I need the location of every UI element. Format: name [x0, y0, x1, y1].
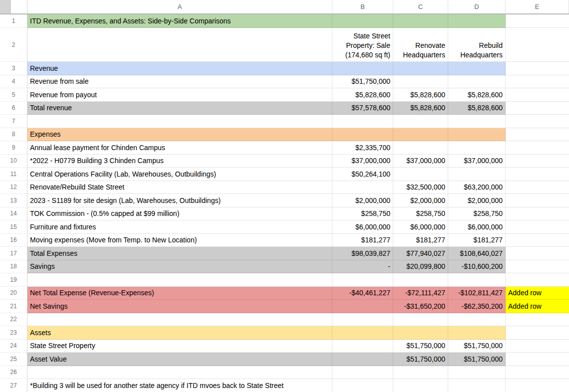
cell-D22[interactable] — [448, 313, 506, 327]
cell-A5[interactable]: Revenue from payout — [27, 88, 332, 102]
cell-A3[interactable]: Revenue — [27, 62, 332, 75]
cell-D13[interactable]: $2,000,000 — [448, 194, 506, 207]
cell-D4[interactable] — [448, 75, 506, 89]
row-number-10[interactable]: 10 — [0, 155, 27, 168]
cell-D17[interactable]: $108,640,027 — [448, 247, 506, 260]
cell-C17[interactable]: $77,940,027 — [393, 247, 448, 260]
cell-B3[interactable] — [332, 62, 393, 75]
row-number-27[interactable]: 27 — [0, 379, 27, 392]
cell-E26[interactable] — [506, 366, 569, 380]
row-number-14[interactable]: 14 — [0, 207, 27, 221]
cell-C13[interactable]: $2,000,000 — [393, 194, 448, 207]
row-number-17[interactable]: 17 — [0, 247, 27, 260]
cell-E5[interactable] — [506, 88, 569, 102]
cell-C15[interactable]: $6,000,000 — [393, 220, 448, 234]
row-number-15[interactable]: 15 — [0, 220, 27, 234]
cell-B26[interactable] — [332, 366, 393, 380]
cell-D1[interactable] — [448, 14, 506, 28]
row-number-23[interactable]: 23 — [0, 326, 27, 340]
cell-D8[interactable] — [448, 128, 506, 142]
cell-A15[interactable]: Furniture and fixtures — [27, 220, 332, 234]
cell-C2[interactable]: Renovate Headquarters — [393, 28, 448, 62]
cell-C10[interactable]: $37,000,000 — [393, 155, 448, 168]
row-number-25[interactable]: 25 — [0, 353, 27, 366]
cell-B14[interactable]: $258,750 — [332, 207, 393, 221]
cell-E4[interactable] — [506, 75, 569, 89]
cell-D26[interactable] — [448, 366, 506, 380]
row-number-24[interactable]: 24 — [0, 340, 27, 353]
cell-D5[interactable]: $5,828,600 — [448, 88, 506, 102]
cell-B17[interactable]: $98,039,827 — [332, 247, 393, 260]
row-number-26[interactable]: 26 — [0, 366, 27, 380]
column-header-E[interactable]: E — [506, 0, 569, 13]
cell-E21[interactable]: Added row — [506, 300, 569, 313]
cell-E8[interactable] — [506, 128, 569, 142]
row-number-22[interactable]: 22 — [0, 313, 27, 327]
cell-C23[interactable] — [393, 326, 448, 340]
cell-B2[interactable]: State Street Property: Sale (174,680 sq … — [332, 28, 393, 62]
cell-B1[interactable] — [332, 14, 393, 28]
cell-B4[interactable]: $51,750,000 — [332, 75, 393, 89]
cell-A21[interactable]: Net Savings — [27, 300, 332, 313]
cell-E14[interactable] — [506, 207, 569, 221]
cell-E12[interactable] — [506, 181, 569, 195]
cell-C19[interactable] — [393, 273, 448, 287]
cell-C11[interactable] — [393, 168, 448, 181]
cell-E13[interactable] — [506, 194, 569, 207]
cell-B21[interactable] — [332, 300, 393, 313]
cell-D11[interactable] — [448, 168, 506, 181]
cell-D18[interactable]: -$10,600,200 — [448, 260, 506, 274]
cell-C12[interactable]: $32,500,000 — [393, 181, 448, 195]
cell-C7[interactable] — [393, 115, 448, 128]
row-number-4[interactable]: 4 — [0, 75, 27, 89]
cell-A4[interactable]: Revenue from sale — [27, 75, 332, 89]
cell-C4[interactable] — [393, 75, 448, 89]
cell-C8[interactable] — [393, 128, 448, 142]
row-number-1[interactable]: 1 — [0, 14, 27, 28]
cell-D9[interactable] — [448, 141, 506, 155]
column-header-C[interactable]: C — [393, 0, 448, 13]
row-number-5[interactable]: 5 — [0, 88, 27, 102]
cell-B18[interactable]: - — [332, 260, 393, 274]
cell-D6[interactable]: $5,828,600 — [448, 102, 506, 115]
cell-C26[interactable] — [393, 366, 448, 380]
cell-A6[interactable]: Total revenue — [27, 102, 332, 115]
cell-E9[interactable] — [506, 141, 569, 155]
cell-D12[interactable]: $63,200,000 — [448, 181, 506, 195]
cell-A1[interactable]: ITD Revenue, Expenses, and Assets: Side-… — [27, 14, 332, 28]
row-number-12[interactable]: 12 — [0, 181, 27, 195]
column-header-B[interactable]: B — [332, 0, 393, 13]
cell-E24[interactable] — [506, 340, 569, 353]
cell-B6[interactable]: $57,578,600 — [332, 102, 393, 115]
cell-A11[interactable]: Central Operations Facility (Lab, Wareho… — [27, 168, 332, 181]
cell-B24[interactable] — [332, 340, 393, 353]
column-header-A[interactable]: A — [27, 0, 332, 13]
cell-D16[interactable]: $181,277 — [448, 234, 506, 247]
cell-A25[interactable]: Asset Value — [27, 353, 332, 366]
cell-E1[interactable] — [506, 14, 569, 28]
cell-D10[interactable]: $37,000,000 — [448, 155, 506, 168]
cell-A17[interactable]: Total Expenses — [27, 247, 332, 260]
cell-C14[interactable]: $258,750 — [393, 207, 448, 221]
cell-C25[interactable]: $51,750,000 — [393, 353, 448, 366]
cell-C5[interactable]: $5,828,600 — [393, 88, 448, 102]
cell-E17[interactable] — [506, 247, 569, 260]
cell-B10[interactable]: $37,000,000 — [332, 155, 393, 168]
cell-B19[interactable] — [332, 273, 393, 287]
cell-C24[interactable]: $51,750,000 — [393, 340, 448, 353]
cell-A20[interactable]: Net Total Expense (Revenue-Expenses) — [27, 287, 332, 300]
row-number-3[interactable]: 3 — [0, 62, 27, 75]
cell-E19[interactable] — [506, 273, 569, 287]
cell-C9[interactable] — [393, 141, 448, 155]
cell-B8[interactable] — [332, 128, 393, 142]
cell-D3[interactable] — [448, 62, 506, 75]
row-number-7[interactable]: 7 — [0, 115, 27, 128]
cell-C18[interactable]: $20,099,800 — [393, 260, 448, 274]
cell-D14[interactable]: $258,750 — [448, 207, 506, 221]
row-number-21[interactable]: 21 — [0, 300, 27, 313]
cell-D15[interactable]: $6,000,000 — [448, 220, 506, 234]
cell-A19[interactable] — [27, 273, 332, 287]
cell-C20[interactable]: -$72,111,427 — [393, 287, 448, 300]
cell-C3[interactable] — [393, 62, 448, 75]
cell-A23[interactable]: Assets — [27, 326, 332, 340]
